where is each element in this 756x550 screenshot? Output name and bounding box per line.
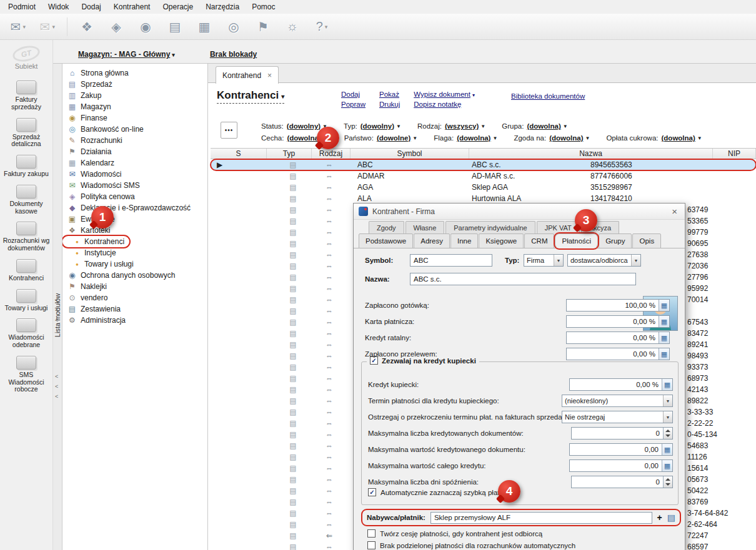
menu-widok[interactable]: Widok (42, 1, 74, 12)
calculator-icon[interactable]: ▦ (659, 332, 669, 343)
typ-select[interactable]: Firma▼ (524, 254, 564, 267)
checkbox-brak-podzielonej-p-atnosci-dla[interactable]: Brak podzielonej płatności dla rozrachun… (367, 541, 575, 549)
menu-podmiot[interactable]: Podmiot (2, 1, 41, 12)
tree-item-naklejki[interactable]: ⚑Naklejki (62, 281, 112, 292)
module-kontrahenci[interactable]: Kontrahenci (0, 256, 52, 286)
column-header-nip[interactable]: NIP (713, 149, 756, 159)
menu-narzedzia[interactable]: Narzędzia (200, 1, 245, 12)
tree-item-zestawienia[interactable]: ▤Zestawienia (62, 303, 126, 315)
dialog-tab-crm[interactable]: CRM (524, 233, 554, 248)
filter-cecha-dropdown[interactable]: (dowolna) (287, 134, 321, 142)
tree-item-kalendarz[interactable]: ▦Kalendarz (62, 157, 119, 169)
menu-pomoc[interactable]: Pomoc (246, 1, 281, 12)
blokada-link[interactable]: Brak blokady (210, 50, 257, 59)
symbol-input[interactable]: ABC (410, 254, 492, 267)
printer-button[interactable]: ▦ (191, 16, 217, 37)
label-button[interactable]: ◈ (103, 16, 129, 37)
add-icon[interactable]: + (657, 513, 662, 523)
tree-item-rozrachunki[interactable]: ✎Rozrachunki (62, 135, 127, 146)
tree-item-ochrona-danych-osobowych[interactable]: ◉Ochrona danych osobowych (62, 270, 180, 281)
column-header-s[interactable]: S (211, 149, 267, 159)
dialog-tab-w-asne[interactable]: Własne (405, 221, 445, 235)
table-row[interactable]: ▤⇔ADMARAD-MAR s.c.8774766006 (211, 170, 756, 182)
filter-flaga-dropdown[interactable]: (dowolna) (457, 134, 490, 142)
action-wypisz-dokument[interactable]: Wypisz dokument▾ (414, 91, 475, 98)
karta-p-atnicza-input[interactable]: 0,00 %▦ (566, 315, 670, 328)
filter-grupa-dropdown[interactable]: (dowolna) (527, 122, 560, 130)
export-button[interactable]: ❖ (74, 16, 100, 37)
module-wiadomosci-odebrane[interactable]: Wiadomości odebrane (0, 315, 52, 353)
close-icon[interactable]: × (267, 71, 272, 80)
column-header-nazwa[interactable]: Nazwa (469, 149, 713, 159)
dialog-tab-p-atnosci[interactable]: Płatności (555, 233, 598, 248)
tab-kontrahenci[interactable]: Kontrahend × (216, 66, 279, 84)
calculator-icon[interactable]: ▦ (659, 300, 669, 311)
dialog-tab-grupy[interactable]: Grupy (599, 233, 632, 248)
dialog-tab-ksiegowe[interactable]: Księgowe (479, 233, 524, 248)
module-sms-wiadomosci-robocze[interactable]: SMS Wiadomości robocze (0, 353, 52, 397)
tree-item-towary-i-us-ugi[interactable]: ●Towary i usługi (62, 258, 139, 270)
dialog-tab-inne[interactable]: Inne (450, 233, 478, 248)
module-towary-i-us-ugi[interactable]: Towary i usługi (0, 286, 52, 316)
menu-kontrahent[interactable]: Kontrahent (108, 1, 156, 12)
more-filters-button[interactable]: ••• (221, 122, 237, 139)
chevron-left-icon[interactable]: < (55, 393, 58, 400)
tree-item-administracja[interactable]: ⚙Administracja (62, 315, 131, 326)
rola-select[interactable]: dostawca/odbiorca▼ (567, 254, 641, 267)
tree-item-strona-g-owna[interactable]: ⌂Strona główna (62, 67, 134, 79)
dialog-tab-zgody[interactable]: Zgody (369, 221, 404, 235)
spinner-icon[interactable] (663, 476, 672, 488)
dialog-tab-parametry-indywidualne[interactable]: Parametry indywidualne (445, 221, 535, 235)
menu-operacje[interactable]: Operacje (157, 1, 199, 12)
tree-item-zakup[interactable]: ▥Zakup (62, 90, 106, 101)
dialog-tab-adresy[interactable]: Adresy (414, 233, 450, 248)
help-button[interactable]: ?▾ (309, 16, 335, 37)
dialog-title-bar[interactable]: Kontrahent - Firma × (354, 204, 685, 220)
ostrzegaj-o-przekroczeniu-terminu-p-at-na-fakturach-sprzedazy-input[interactable]: Nie ostrzegaj▼ (562, 411, 673, 423)
close-icon[interactable]: × (669, 206, 680, 217)
tree-item-vendero[interactable]: ⊙vendero (62, 292, 112, 303)
dialog-tab-podstawowe[interactable]: Podstawowe (359, 233, 413, 248)
tree-item-wiadomosci-sms[interactable]: ✉Wiadomości SMS (62, 180, 145, 191)
maksymalna-liczba-dni-spoznienia-input[interactable]: 0 (571, 476, 673, 488)
list-picker-icon[interactable]: ▤ (667, 513, 675, 523)
tree-item-wiadomosci[interactable]: ✉Wiadomości (62, 169, 126, 180)
documents-button[interactable]: ▤ (162, 16, 188, 37)
checkbox-tworz-cesje-p-atnosci-gdy-kont[interactable]: Twórz cesję płatności, gdy kontrahent je… (367, 529, 542, 538)
flag-button[interactable]: ⚑ (250, 16, 276, 37)
module-sprzedaz-detaliczna[interactable]: Sprzedaż detaliczna (0, 115, 52, 152)
filter-rodzaj-dropdown[interactable]: (wszyscy) (445, 122, 479, 130)
chevron-left-icon[interactable]: < (55, 373, 58, 380)
filter-typ-dropdown[interactable]: (dowolny) (361, 122, 394, 130)
tree-item-magazyn[interactable]: ▦Magazyn (62, 101, 116, 112)
maksymalna-liczba-kredytowanych-dokumentow-input[interactable]: 0 (571, 427, 673, 440)
table-row[interactable]: ▶▤⇔ABCABC s.c.8945653563 (211, 159, 756, 170)
nabywca-input[interactable]: Sklep przemysłowy ALF (430, 512, 652, 524)
zap-acono-gotowka-input[interactable]: 100,00 %▦ (566, 299, 670, 312)
action-dodaj[interactable]: Dodaj (341, 91, 366, 98)
tree-item-kontrahenci[interactable]: ●Kontrahenci (62, 236, 129, 247)
filter-zgoda-na-dropdown[interactable]: (dowolna) (549, 134, 583, 142)
module-dokumenty-kasowe[interactable]: Dokumenty kasowe (0, 182, 52, 219)
maksymalna-wartosc-kredytowanego-dokumentu-input[interactable]: 0,00▦ (569, 443, 673, 456)
tree-item-deklaracje-i-e-sprawozdawczosc[interactable]: ◆Deklaracje i e-Sprawozdawczość (62, 202, 196, 214)
maksymalna-wartosc-ca-ego-kredytu-input[interactable]: 0,00▦ (569, 459, 673, 472)
calculator-icon[interactable]: ▦ (659, 348, 669, 360)
nazwa-input[interactable]: ABC s.c. (410, 273, 636, 285)
action-popraw[interactable]: Popraw (341, 101, 366, 108)
send-mail-button[interactable]: ✉▾ (5, 16, 31, 37)
module-faktury-zakupu[interactable]: Faktury zakupu (0, 152, 52, 182)
dialog-tab-opis[interactable]: Opis (632, 233, 661, 248)
tree-item-bankowosc-on-line[interactable]: ◎Bankowość on-line (62, 124, 149, 135)
stamp-button[interactable]: ◉ (132, 16, 159, 37)
calculator-icon[interactable]: ▦ (662, 444, 672, 455)
filter-panstwo-dropdown[interactable]: (dowolne) (377, 134, 410, 142)
quick-payment-checkbox[interactable]: ✓Automatycznie zaznaczaj szybką płatność (368, 488, 515, 496)
zap-acono-przelewem-input[interactable]: 0,00 %▦ (566, 348, 670, 360)
calculator-icon[interactable]: ▦ (662, 460, 672, 471)
module-rozrachunki-wg-dokumentow[interactable]: Rozrachunki wg dokumentów (0, 219, 52, 256)
package-button[interactable]: ◎ (221, 16, 247, 37)
spinner-icon[interactable] (663, 428, 672, 439)
column-header-symbol[interactable]: Symbol (351, 149, 469, 159)
tree-item-polityka-cenowa[interactable]: ◈Polityka cenowa (62, 191, 140, 202)
